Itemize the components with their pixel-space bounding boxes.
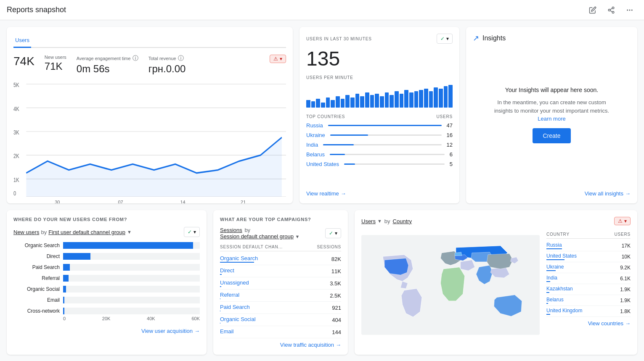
check-icon: ✓ <box>440 36 445 42</box>
campaign-name[interactable]: Paid Search <box>220 304 250 310</box>
group-label[interactable]: First user default channel group <box>48 229 125 235</box>
campaigns-dropdown-arrow: ▾ <box>335 230 337 236</box>
realtime-card: USERS IN LAST 30 MINUTES ✓ ▾ 135 USERS P… <box>299 27 459 203</box>
campaigns-by-label: by <box>244 227 250 233</box>
x-label-14: 14 <box>180 200 185 203</box>
hbar-row: Direct <box>13 253 200 260</box>
x-label-may07: 07May <box>116 200 125 203</box>
edit-button[interactable] <box>585 3 600 18</box>
rt-country-bar-wrap <box>328 125 442 126</box>
campaign-name-wrap: Paid Search <box>220 304 250 311</box>
campaign-name[interactable]: Direct <box>220 267 234 274</box>
hbar-row: Organic Social <box>13 286 200 292</box>
view-all-insights-link[interactable]: View all insights → <box>585 190 631 197</box>
metric-label[interactable]: New users <box>13 229 39 235</box>
rt-bar <box>326 97 330 108</box>
rt-bar <box>331 100 335 108</box>
rt-country-name[interactable]: Russia <box>306 122 323 129</box>
hbar-track <box>63 253 200 260</box>
map-country-name[interactable]: Belarus <box>546 297 564 303</box>
dropdown-arrow: ▾ <box>280 56 282 62</box>
hbar-fill <box>63 275 69 282</box>
hbar-label: Direct <box>13 253 60 259</box>
learn-more-link[interactable]: Learn more <box>538 116 565 122</box>
map-country-name[interactable]: India <box>546 275 557 281</box>
channel-col-header: SESSION DEFAULT CHAN... <box>220 245 283 249</box>
hbar-track <box>63 308 200 314</box>
map-country-underline <box>546 314 550 315</box>
map-country-val: 10K <box>622 254 631 260</box>
rt-bar <box>414 91 419 108</box>
rt-country-name[interactable]: Ukraine <box>306 132 325 138</box>
campaign-name[interactable]: Organic Search <box>220 255 258 261</box>
share-button[interactable] <box>604 3 619 18</box>
new-users-metric: New users 71K <box>45 55 66 72</box>
rt-country-name[interactable]: United States <box>306 161 339 167</box>
rt-bar <box>370 95 374 108</box>
engagement-info-icon[interactable]: ⓘ <box>133 55 138 62</box>
rt-country-name[interactable]: Belarus <box>306 151 325 158</box>
alert-badge[interactable]: ⚠ ▾ <box>270 55 286 63</box>
rt-dropdown-arrow: ▾ <box>446 36 449 42</box>
tab-users[interactable]: Users <box>13 34 31 48</box>
rt-country-bar-wrap <box>323 144 441 145</box>
users-col-header-map: USERS <box>615 232 631 237</box>
insights-description: In the meantime, you can create new cust… <box>493 98 611 123</box>
rt-bar <box>395 91 399 108</box>
rt-country-name[interactable]: India <box>306 142 318 148</box>
map-alert-badge[interactable]: ⚠ ▾ <box>614 217 631 225</box>
engagement-value: 0m 56s <box>77 63 138 75</box>
channel-dropdown[interactable]: ▼ <box>295 234 300 239</box>
campaign-name[interactable]: Email <box>220 328 234 335</box>
users-metric: 74K <box>13 55 34 68</box>
create-insight-button[interactable]: Create <box>533 128 570 143</box>
svg-point-7 <box>627 10 628 11</box>
sessions-label[interactable]: Sessions <box>220 227 242 233</box>
map-by-label: by <box>384 218 390 224</box>
campaign-row: Paid Search 921 <box>220 302 341 314</box>
map-country-name[interactable]: Ukraine <box>546 264 564 270</box>
campaign-name[interactable]: Unassigned <box>220 279 249 286</box>
map-country-name[interactable]: United States <box>546 253 577 259</box>
campaigns-table-header: SESSION DEFAULT CHAN... SESSIONS <box>220 243 341 251</box>
campaign-name-wrap: Organic Social <box>220 316 256 324</box>
map-country-val: 6.1K <box>620 276 631 282</box>
revenue-metric: Total revenue ⓘ грн.0.00 <box>148 55 186 75</box>
map-country-name[interactable]: Russia <box>546 242 562 248</box>
rt-filter-btn[interactable]: ✓ ▾ <box>437 34 453 44</box>
view-countries-link[interactable]: View countries → <box>588 320 631 327</box>
hbar-label: Referral <box>13 275 60 281</box>
new-users-filter-btn[interactable]: ✓ ▾ <box>184 227 200 237</box>
more-button[interactable] <box>622 3 637 18</box>
rt-countries-list: Russia 47 Ukraine 16 India 12 Belarus 6 … <box>306 122 453 171</box>
map-country-label[interactable]: Country <box>393 218 412 224</box>
channel-group-label[interactable]: Session default channel group <box>220 233 294 240</box>
campaign-name[interactable]: Organic Social <box>220 316 256 322</box>
view-user-acquisition-link[interactable]: View user acquisition → <box>141 328 200 334</box>
rt-country-count: 16 <box>447 132 453 138</box>
hbar-track <box>63 286 200 292</box>
svg-point-1 <box>608 9 610 11</box>
map-country-name[interactable]: United Kingdom <box>546 308 582 314</box>
map-users-label[interactable]: Users <box>361 218 376 224</box>
view-realtime-link[interactable]: View realtime → <box>306 190 453 197</box>
map-country-row: Ukraine 9.2K <box>546 262 631 273</box>
group-dropdown[interactable]: ▼ <box>127 229 132 235</box>
map-users-dropdown[interactable]: ▼ <box>377 219 382 224</box>
map-country-name[interactable]: Kazakhstan <box>546 286 573 292</box>
campaigns-filter-btn[interactable]: ✓ ▾ <box>325 228 341 238</box>
map-country-name-wrap: India <box>546 275 557 282</box>
rt-bar <box>341 99 345 108</box>
map-country-name-wrap: Ukraine <box>546 264 564 271</box>
map-svg <box>361 230 540 340</box>
view-traffic-acquisition-link[interactable]: View traffic acquisition → <box>280 342 341 348</box>
x-axis-labels: 020K40K60K <box>13 314 200 321</box>
rt-bar <box>316 99 320 108</box>
revenue-info-icon[interactable]: ⓘ <box>178 55 184 62</box>
rt-country-count: 5 <box>450 161 453 167</box>
map-country-row: Kazakhstan 1.9K <box>546 284 631 295</box>
users-tabs: Users <box>13 34 286 48</box>
svg-text:4K: 4K <box>13 105 19 112</box>
rt-bar <box>448 85 453 108</box>
campaign-name[interactable]: Referral <box>220 292 239 298</box>
